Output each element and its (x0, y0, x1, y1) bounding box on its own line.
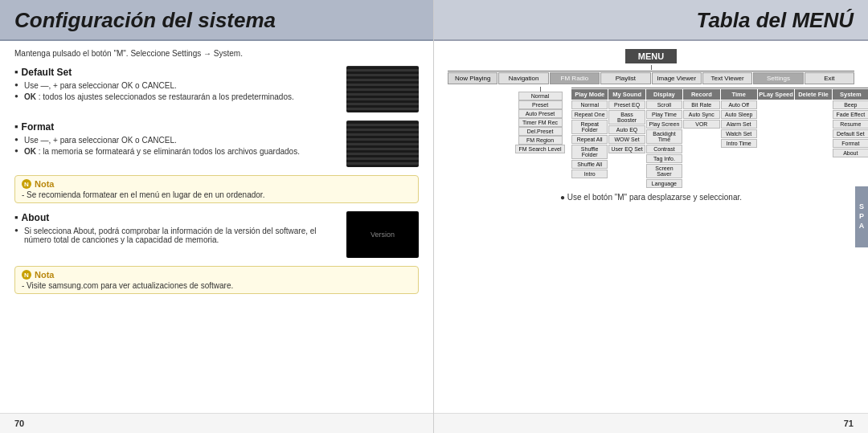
sub-menus-row: Play Mode Normal Repeat One Repeat Folde… (571, 89, 868, 188)
my-sound-preset-eq: Preset EQ (608, 100, 645, 109)
right-title: Tabla del MENÚ (448, 8, 854, 33)
record-bit-rate: Bit Rate (683, 100, 719, 109)
settings-submenus: Play Mode Normal Repeat One Repeat Folde… (571, 87, 868, 188)
time-auto-off: Auto Off (721, 100, 757, 109)
menu-root-bar: MENU (448, 49, 854, 63)
top-item-settings[interactable]: Settings (753, 72, 803, 84)
display-contrast: Contrast (646, 145, 682, 153)
play-mode-shuffle-folder: Shuffle Folder (571, 145, 608, 159)
left-content: Mantenga pulsado el botón "M". Seleccion… (0, 41, 433, 413)
delete-file-header: Delete File (795, 89, 831, 100)
sub-col-system: System Beep Fade Effect Resume Default S… (833, 89, 868, 188)
display-play-time: Play Time (646, 110, 682, 119)
left-footer: 70 (0, 413, 433, 433)
time-watch-set: Watch Set (721, 129, 757, 138)
system-default-set: Default Set (833, 129, 868, 138)
mid-row: Normal Preset Auto Preset Timer FM Rec D… (448, 85, 854, 188)
play-mode-repeat-folder: Repeat Folder (571, 120, 608, 134)
display-tag-info: Tag Info. (646, 154, 682, 163)
default-set-marker: ▪ (14, 66, 18, 78)
play-speed-header: PLay Speed (758, 89, 794, 100)
menu-diagram: MENU Now Playing Navigation FM Radio Pla… (444, 49, 858, 188)
fm-item-fm-region: FM Region (518, 136, 563, 145)
right-content: MENU Now Playing Navigation FM Radio Pla… (434, 41, 868, 413)
top-item-navigation[interactable]: Navigation (498, 72, 548, 84)
left-panel: Configuración del sistema Mantenga pulsa… (0, 0, 434, 433)
time-intro-time: Intro Time (721, 139, 757, 148)
right-page-number: 71 (844, 419, 854, 428)
play-mode-shuffle-all: Shuffle All (571, 160, 608, 169)
note-text-1: - Se recomienda formatear en el menú en … (22, 190, 411, 199)
format-title: Format (22, 121, 55, 133)
right-header: Tabla del MENÚ (434, 0, 868, 41)
default-set-bullet-1: Use —, + para seleccionar OK o CANCEL. (14, 81, 338, 90)
top-item-image-viewer[interactable]: Image Viewer (652, 72, 702, 84)
play-mode-normal: Normal (571, 100, 608, 109)
time-header: Time (721, 89, 757, 100)
spa-label: SPA (855, 186, 868, 247)
top-item-playlist[interactable]: Playlist (600, 72, 650, 84)
left-title: Configuración del sistema (14, 8, 419, 33)
sub-col-delete-file: Delete File (795, 89, 831, 188)
play-mode-repeat-all: Repeat All (571, 135, 608, 144)
version-label: Version (371, 231, 395, 239)
default-set-bullet-2: OK : todos los ajustes seleccionados se … (14, 92, 338, 101)
system-beep: Beep (833, 100, 868, 109)
h-line-top (448, 71, 854, 71)
format-marker: ▪ (14, 121, 18, 133)
note-text-2: - Visite samsung.com para ver actualizac… (22, 281, 411, 290)
fm-item-fm-search-level: FM Search Level (515, 145, 566, 153)
play-mode-repeat-one: Repeat One (571, 110, 608, 119)
about-image: Version (346, 211, 419, 258)
about-marker: ▪ (14, 211, 18, 223)
play-mode-header: Play Mode (571, 89, 608, 100)
sub-col-play-mode: Play Mode Normal Repeat One Repeat Folde… (571, 89, 608, 188)
fm-item-auto-preset: Auto Preset (518, 109, 563, 118)
fm-item-preset: Preset (518, 100, 563, 109)
section-format: ▪ Format Use —, + para seleccionar OK o … (14, 121, 419, 167)
note-box-2: N Nota - Visite samsung.com para ver act… (14, 266, 419, 294)
format-bullet-2: OK : la memoria se formateará y se elimi… (14, 147, 338, 156)
note-title-2: Nota (35, 270, 54, 280)
about-title: About (22, 212, 50, 223)
default-set-title: Default Set (22, 67, 72, 78)
right-panel: Tabla del MENÚ MENU Now Playing Navigati… (434, 0, 868, 433)
system-about: About (833, 149, 868, 157)
time-auto-sleep: Auto Sleep (721, 110, 757, 119)
instruction-text: Mantenga pulsado el botón "M". Seleccion… (14, 49, 419, 58)
time-alarm-set: Alarm Set (721, 120, 757, 129)
top-items-row: Now Playing Navigation FM Radio Playlist… (448, 72, 854, 84)
fm-item-timer-fm-rec: Timer FM Rec (518, 118, 563, 127)
my-sound-wow-set: WOW Set (608, 135, 645, 144)
system-format: Format (833, 139, 868, 148)
left-page-number: 70 (14, 419, 24, 428)
sub-col-my-sound: My Sound Preset EQ Bass Booster Auto EQ … (608, 89, 645, 188)
fm-section: Normal Preset Auto Preset Timer FM Rec D… (512, 87, 568, 153)
section-about: ▪ About Si selecciona About, podrá compr… (14, 211, 419, 258)
section-default-set: ▪ Default Set Use —, + para seleccionar … (14, 66, 419, 112)
root-vline (448, 65, 854, 70)
my-sound-bass-booster: Bass Booster (608, 110, 645, 125)
display-header: Display (646, 89, 682, 100)
default-set-image (346, 66, 419, 112)
record-vor: VOR (683, 120, 719, 129)
my-sound-user-eq-set: User EQ Set (608, 145, 645, 153)
right-footer: 71 (434, 413, 868, 433)
sub-col-play-speed: PLay Speed (758, 89, 794, 188)
display-screen-saver: Screen Saver (646, 164, 682, 178)
top-item-exit[interactable]: Exit (805, 72, 854, 84)
system-fade-effect: Fade Effect (833, 110, 868, 119)
fm-item-del-preset: Del.Preset (518, 127, 563, 136)
play-mode-intro: Intro (571, 170, 608, 178)
sub-col-record: Record Bit Rate Auto Sync VOR (683, 89, 719, 188)
about-bullet-1: Si selecciona About, podrá comprobar la … (14, 227, 338, 244)
top-item-fm-radio[interactable]: FM Radio (550, 72, 600, 84)
fm-item-normal: Normal (518, 92, 563, 100)
top-item-text-viewer[interactable]: Text Viewer (702, 72, 752, 84)
left-header: Configuración del sistema (0, 0, 433, 41)
record-auto-sync: Auto Sync (683, 110, 719, 119)
display-scroll: Scroll (646, 100, 682, 109)
format-bullet-1: Use —, + para seleccionar OK o CANCEL. (14, 136, 338, 145)
h-line-settings (571, 88, 868, 88)
top-item-now-playing[interactable]: Now Playing (448, 72, 497, 84)
